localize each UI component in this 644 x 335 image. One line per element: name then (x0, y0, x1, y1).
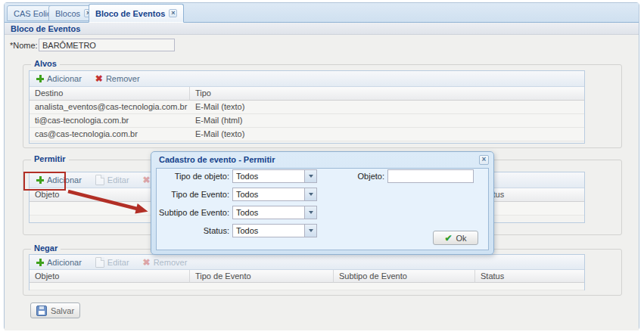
chevron-down-icon[interactable] (304, 170, 316, 182)
edit-button[interactable]: Editar (92, 173, 132, 187)
tab-bar: CAS Eolic Blocos × Bloco de Eventos × (5, 3, 639, 23)
negar-header-row: Objeto Tipo de Evento Subtipo de Evento … (30, 270, 584, 283)
application-window: CAS Eolic Blocos × Bloco de Eventos × Bl… (0, 0, 644, 335)
nome-label: *Nome: (10, 41, 38, 50)
tab-bloco-de-eventos[interactable]: Bloco de Eventos × (89, 4, 184, 23)
x-icon: ✖ (143, 258, 151, 267)
page-icon (95, 175, 104, 185)
status-select[interactable]: Todos (232, 224, 317, 237)
table-row[interactable]: ti@cas-tecnologia.com.br E-Mail (html) (30, 114, 584, 128)
cell-tipo: E-Mail (texto) (190, 128, 584, 141)
tab-label: CAS Eolic (14, 9, 51, 18)
add-button[interactable]: Adicionar (33, 256, 85, 269)
alvos-toolbar: Adicionar ✖ Remover (30, 71, 584, 87)
negar-grid: Adicionar Editar ✖ Remover Objeto Tipo d… (29, 254, 585, 290)
column-header-objeto[interactable]: Objeto (30, 270, 190, 283)
plus-icon (36, 75, 44, 82)
objeto-label: Objeto: (325, 172, 384, 181)
tipo-evento-select[interactable]: Todos (232, 188, 317, 201)
subtipo-evento-select[interactable]: Todos (232, 206, 317, 219)
close-icon[interactable]: × (479, 155, 489, 165)
fieldset-legend: Alvos (31, 59, 60, 68)
plus-icon (36, 259, 44, 266)
nome-input[interactable] (39, 39, 175, 51)
tipo-objeto-label: Tipo de objeto: (135, 172, 229, 181)
subtipo-evento-label: Subtipo de Evento: (135, 208, 229, 217)
alvos-grid: Adicionar ✖ Remover Destino Tipo analist… (29, 70, 585, 144)
cell-destino: analista_eventos@cas-tecnologia.com.br (30, 101, 190, 113)
chevron-down-icon[interactable] (304, 188, 316, 200)
tab-close-icon[interactable]: × (169, 9, 177, 17)
ok-button[interactable]: ✔ Ok (433, 231, 478, 245)
column-header-tipo-evento[interactable]: Tipo de Evento (190, 270, 334, 283)
column-header-tipo[interactable]: Tipo (190, 87, 584, 101)
empty-row (30, 283, 584, 290)
annotation-highlight-box (23, 172, 66, 191)
fieldset-legend: Negar (31, 243, 61, 253)
fieldset-legend: Permitir (31, 154, 69, 163)
save-button[interactable]: Salvar (30, 302, 80, 318)
cell-destino: cas@cas-tecnologia.com.br (30, 128, 190, 141)
cell-destino: ti@cas-tecnologia.com.br (30, 114, 190, 127)
tipo-evento-label: Tipo de Evento: (135, 190, 229, 199)
objeto-input[interactable] (387, 169, 474, 183)
edit-button[interactable]: Editar (92, 256, 132, 269)
column-header-subtipo-evento[interactable]: Subtipo de Evento (334, 270, 475, 283)
tipo-objeto-select[interactable]: Todos (232, 169, 317, 183)
column-header-destino[interactable]: Destino (30, 87, 190, 101)
page-icon (95, 257, 104, 268)
status-label: Status: (135, 226, 229, 235)
add-button[interactable]: Adicionar (33, 72, 85, 85)
check-icon: ✔ (444, 234, 452, 243)
alvos-header-row: Destino Tipo (30, 87, 584, 101)
tab-label: Blocos (55, 9, 80, 18)
cell-tipo: E-Mail (html) (190, 114, 584, 127)
table-row[interactable]: analista_eventos@cas-tecnologia.com.br E… (30, 101, 584, 114)
chevron-down-icon[interactable] (304, 206, 316, 219)
column-header-status[interactable]: Status (475, 270, 584, 283)
cell-tipo: E-Mail (texto) (190, 101, 584, 113)
remove-button[interactable]: ✖ Remover (92, 72, 143, 85)
table-row[interactable]: cas@cas-tecnologia.com.br E-Mail (texto) (30, 128, 584, 141)
save-disk-icon (36, 306, 47, 316)
chevron-down-icon[interactable] (304, 225, 316, 237)
dialog-title: Cadastro de evento - Permitir (159, 155, 275, 164)
negar-toolbar: Adicionar Editar ✖ Remover (30, 255, 584, 270)
tab-label: Bloco de Eventos (95, 9, 165, 18)
page-title: Bloco de Eventos (5, 23, 639, 35)
x-icon: ✖ (95, 74, 103, 83)
remove-button[interactable]: ✖ Remover (140, 256, 191, 269)
